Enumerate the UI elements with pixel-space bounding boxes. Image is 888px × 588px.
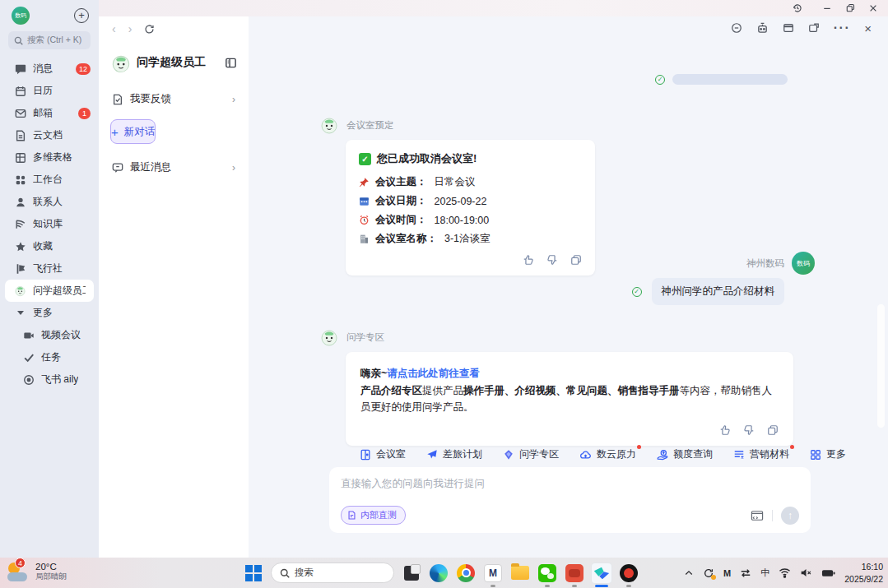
bot-title: 问学超级员工 — [137, 55, 218, 70]
unread-badge: 12 — [76, 63, 91, 75]
more-icon[interactable]: ··· — [834, 21, 850, 35]
quick-action-shuyun[interactable]: 数云原力 — [579, 447, 636, 461]
clock[interactable]: 16:10 2025/9/22 — [844, 561, 883, 584]
thumbs-up-icon[interactable] — [523, 254, 534, 266]
recorder-icon[interactable] — [619, 563, 639, 583]
chat-minimize-icon[interactable] — [731, 22, 742, 34]
quick-action-meeting-room[interactable]: 会议室 — [360, 447, 406, 461]
sidebar-item-favorites[interactable]: 收藏 — [0, 235, 99, 257]
close-chat-icon[interactable]: × — [864, 21, 872, 35]
minimize-icon[interactable] — [822, 3, 832, 13]
nav-back-icon[interactable]: ‹ — [112, 22, 116, 35]
sidebar-item-knowledge[interactable]: 知识库 — [0, 213, 99, 235]
sync-icon[interactable] — [703, 567, 714, 579]
feedback-item[interactable]: 我要反馈 › — [109, 86, 239, 113]
quota-icon — [657, 449, 668, 461]
card-row: 会议日期： 2025-09-22 — [359, 194, 582, 208]
card-row: 会议时间： 18:00-19:00 — [359, 213, 582, 227]
sidebar-item-mail[interactable]: 邮箱 1 — [0, 102, 99, 124]
search-input[interactable]: 搜索 (Ctrl + K) — [8, 31, 91, 49]
zone-link[interactable]: 请点击此处前往查看 — [387, 368, 480, 379]
weather-widget[interactable]: 4 20°C 局部晴朗 — [7, 561, 67, 582]
popout-icon[interactable] — [808, 22, 820, 34]
divider — [772, 510, 773, 521]
sidebar-item-label: 问学超级员工 — [33, 284, 86, 298]
refresh-icon[interactable] — [144, 24, 155, 35]
quick-action-quota-query[interactable]: 额度查询 — [657, 447, 713, 461]
sidebar-item-calendar[interactable]: 日历 — [0, 80, 99, 102]
paragraph-text: 提供产品 — [422, 385, 463, 396]
sidebar-item-messages[interactable]: 消息 12 — [0, 58, 99, 80]
bot-avatar[interactable] — [319, 115, 339, 135]
windows-logo-icon — [245, 565, 262, 581]
sidebar-item-base[interactable]: 多维表格 — [0, 146, 99, 169]
quick-action-label: 差旅计划 — [443, 447, 482, 461]
thumbs-down-icon[interactable] — [546, 254, 558, 266]
battery-icon[interactable] — [821, 568, 835, 578]
quick-action-more[interactable]: 更多 — [810, 447, 846, 461]
user-avatar[interactable]: 数码 — [792, 252, 815, 275]
sidebar-item-docs[interactable]: 云文档 — [0, 124, 99, 146]
ime-indicator[interactable]: 中 — [760, 567, 769, 579]
quick-action-travel-plan[interactable]: 差旅计划 — [426, 447, 482, 461]
quick-action-wenxue-zone[interactable]: 问学专区 — [503, 447, 559, 461]
sidebar-item-video-meeting[interactable]: 视频会议 — [0, 324, 99, 346]
maximize-icon[interactable] — [845, 3, 855, 13]
bot-avatar[interactable] — [319, 327, 339, 347]
history-icon[interactable] — [793, 3, 802, 13]
user-message: 神州数码 数码 ✓ 神州问学的产品介绍材料 — [632, 252, 816, 305]
calendar-icon — [14, 85, 26, 97]
recent-messages-item[interactable]: 最近消息 › — [109, 154, 239, 181]
sidebar-item-flight-club[interactable]: 飞行社 — [0, 257, 99, 280]
cat-app-icon[interactable] — [565, 563, 584, 583]
copy-icon[interactable] — [767, 424, 779, 436]
banner-icon[interactable] — [783, 22, 794, 34]
thumbs-up-icon[interactable] — [719, 424, 731, 436]
wechat-icon[interactable] — [537, 563, 557, 583]
copy-icon[interactable] — [570, 254, 582, 266]
quick-action-marketing-material[interactable]: 营销材料 — [733, 447, 789, 461]
chat-area: ··· × ✓ 会议室预定 — [249, 16, 888, 558]
edge-icon[interactable] — [429, 563, 449, 583]
chrome-icon[interactable] — [456, 563, 476, 583]
shortcut-panel-icon[interactable] — [751, 510, 764, 521]
sidebar-item-more[interactable]: 更多 — [0, 302, 99, 324]
start-button[interactable] — [244, 563, 263, 583]
wifi-icon[interactable] — [779, 567, 791, 578]
sidebar-item-label: 邮箱 — [33, 106, 53, 120]
feedback-icon — [112, 94, 123, 105]
sidebar-item-label: 飞书 aily — [41, 373, 78, 387]
sidebar-item-wenxue[interactable]: 问学超级员工 — [5, 280, 94, 302]
user-avatar[interactable]: 数码 — [12, 7, 30, 25]
bot-icon[interactable] — [756, 22, 769, 35]
mute-icon[interactable] — [800, 567, 812, 578]
task-view-icon[interactable] — [402, 563, 421, 583]
send-button[interactable]: ↑ — [781, 507, 799, 525]
nav-forward-icon[interactable]: › — [128, 22, 133, 35]
sidebar-item-aily[interactable]: 飞书 aily — [0, 368, 99, 391]
thumbs-down-icon[interactable] — [743, 424, 755, 436]
new-chat-button[interactable]: + 新对话 — [110, 119, 156, 144]
scrollbar-thumb[interactable] — [877, 304, 885, 428]
row-value: 18:00-19:00 — [435, 215, 490, 226]
close-icon[interactable] — [868, 3, 878, 13]
feishu-icon[interactable] — [592, 563, 611, 583]
file-explorer-icon[interactable] — [510, 563, 530, 583]
sidebar-item-label: 视频会议 — [41, 328, 81, 342]
message-input-box[interactable]: 直接输入您的问题向我进行提问 内部直测 ↑ — [329, 467, 811, 533]
collapse-sidebar-icon[interactable] — [225, 57, 237, 69]
transfer-icon[interactable] — [740, 567, 751, 579]
m-app-icon[interactable]: M — [483, 563, 503, 583]
sidebar-item-contacts[interactable]: 联系人 — [0, 191, 99, 213]
knowledge-icon — [14, 218, 26, 230]
taskbar-search-input[interactable]: 搜索 — [271, 563, 394, 583]
notification-dot — [790, 445, 794, 449]
sidebar-item-tasks[interactable]: 任务 — [0, 346, 99, 368]
add-icon[interactable]: + — [74, 8, 89, 23]
sidebar-item-workbench[interactable]: 工作台 — [0, 169, 99, 191]
input-tag[interactable]: 内部直测 — [341, 506, 406, 525]
m-tray-icon[interactable]: M — [723, 568, 731, 578]
tray-chevron-icon[interactable] — [684, 568, 694, 578]
taskbar-search-placeholder: 搜索 — [295, 567, 314, 579]
weather-badge: 4 — [15, 558, 26, 568]
